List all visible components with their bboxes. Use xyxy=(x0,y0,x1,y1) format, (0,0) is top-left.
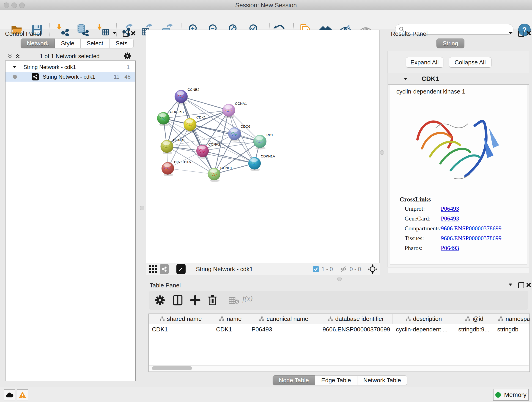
delete-table-icon[interactable] xyxy=(229,297,239,304)
column-header-namespace[interactable]: namespace xyxy=(494,314,530,324)
network-view-toolbar: String Network - cdk1 1 - 0 0 - 0 xyxy=(146,263,380,275)
node-label-CDK1: CDK1 xyxy=(196,115,206,119)
table-cell[interactable]: 9606.ENSP00000378699 xyxy=(319,324,393,334)
splitter-handle-left[interactable] xyxy=(140,206,144,210)
network-selected-info: 1 of 1 Network selected xyxy=(2,53,138,60)
network-collection-label: String Network - cdk1 xyxy=(23,64,76,70)
crosslink-row: Uniprot:P06493 xyxy=(405,205,459,212)
cloud-icon xyxy=(6,392,13,398)
crosslink-label: GeneCard: xyxy=(405,215,441,222)
crosslink-label: Tissues: xyxy=(405,235,441,242)
table-cell[interactable]: stringdb:9... xyxy=(455,324,494,334)
tab-network[interactable]: Network xyxy=(21,38,55,48)
grid-view-icon[interactable] xyxy=(149,265,157,273)
table-panel-float-icon[interactable] xyxy=(518,282,524,288)
results-panel-close-icon[interactable] xyxy=(526,31,531,36)
add-row-icon[interactable] xyxy=(190,295,201,306)
window-title: Session: New Session xyxy=(0,2,532,9)
crosslink-row: Compartments:9606.ENSP00000378699 xyxy=(405,225,501,232)
tab-node-table[interactable]: Node Table xyxy=(273,375,315,385)
edge-CCNB2-CCNA1[interactable] xyxy=(181,96,229,110)
table-panel: Table Panel f(x) shared namenamecanonica… xyxy=(146,281,532,386)
network-canvas[interactable]: CCNB2CCNA1CDC25BCDK1CDC6RB1CCNB1CCNA2CDK… xyxy=(146,30,380,264)
function-builder-icon[interactable]: f(x) xyxy=(242,294,253,303)
table-row[interactable]: CDK1CDK1P064939606.ENSP00000378699cyclin… xyxy=(149,324,530,334)
results-entry-header[interactable]: CDK1 xyxy=(388,73,529,85)
table-panel-collapse-icon[interactable] xyxy=(509,283,512,286)
control-panel-tabs: Network Style Select Sets xyxy=(21,38,133,48)
memory-button[interactable]: Memory xyxy=(493,389,529,401)
column-header-name[interactable]: name xyxy=(213,314,248,324)
column-header-label: canonical name xyxy=(266,315,308,322)
add-column-icon[interactable] xyxy=(172,295,183,306)
crosslink-value-link[interactable]: P06493 xyxy=(441,205,459,212)
crosslink-row: Tissues:9606.ENSP00000378699 xyxy=(405,235,501,242)
control-panel-close-icon[interactable] xyxy=(131,31,136,36)
network-tree-root-row[interactable]: String Network - cdk1 1 xyxy=(6,62,135,72)
node-gloss xyxy=(210,169,217,173)
node-label-CCNA2: CCNA2 xyxy=(208,142,220,146)
crosslink-value-link[interactable]: P06493 xyxy=(441,245,459,251)
tab-style[interactable]: Style xyxy=(55,38,80,48)
scrollbar-thumb[interactable] xyxy=(152,366,192,370)
crosslink-value-link[interactable]: 9606.ENSP00000378699 xyxy=(441,235,501,242)
table-cell[interactable]: P06493 xyxy=(248,324,319,334)
results-panel-tabs: String xyxy=(437,38,464,48)
column-header-shared-name[interactable]: shared name xyxy=(149,314,213,324)
crosslink-value-link[interactable]: P06493 xyxy=(441,215,459,222)
node-label-HIST1H1A: HIST1H1A xyxy=(174,160,191,164)
tab-edge-table[interactable]: Edge Table xyxy=(315,375,357,385)
column-header-canonical-name[interactable]: canonical name xyxy=(248,314,319,324)
edge-HIST1H1A-CCNE1[interactable] xyxy=(168,168,214,174)
column-header-database-identifier[interactable]: database identifier xyxy=(319,314,393,324)
control-panel: Control Panel Network Style Select Sets … xyxy=(2,29,138,385)
entry-collapse-icon[interactable] xyxy=(404,78,407,80)
node-gloss xyxy=(159,113,166,117)
table-horizontal-scrollbar[interactable] xyxy=(149,365,529,371)
birds-eye-view-icon[interactable] xyxy=(177,264,186,274)
column-header-description[interactable]: description xyxy=(393,314,455,324)
node-gloss xyxy=(177,91,184,95)
delete-trash-icon[interactable] xyxy=(207,294,217,306)
tab-select[interactable]: Select xyxy=(80,38,109,48)
selected-checkbox-icon[interactable] xyxy=(313,266,319,272)
node-gloss xyxy=(198,146,206,149)
table-cell[interactable]: cyclin-dependent ... xyxy=(393,324,455,334)
table-cell[interactable]: stringdb xyxy=(494,324,530,334)
hidden-eye-icon[interactable] xyxy=(340,266,347,273)
node-table: shared namenamecanonical namedatabase id… xyxy=(148,313,530,372)
tab-sets[interactable]: Sets xyxy=(109,38,133,48)
crosslink-value-link[interactable]: 9606.ENSP00000378699 xyxy=(441,225,501,232)
network-state-dot xyxy=(13,75,17,79)
edge-CCNA2-CDKN1A[interactable] xyxy=(203,151,254,163)
results-panel-collapse-icon[interactable] xyxy=(509,32,512,34)
crosslink-label: Pharos: xyxy=(405,245,441,252)
warning-button[interactable] xyxy=(17,389,28,400)
entry-name: CDK1 xyxy=(422,75,439,83)
node-gloss xyxy=(230,128,238,133)
tab-network-table[interactable]: Network Table xyxy=(357,375,407,385)
table-gear-icon[interactable] xyxy=(155,295,165,305)
splitter-handle-right[interactable] xyxy=(380,150,384,155)
network-share-view-icon[interactable] xyxy=(160,264,169,274)
crosslinks-title: CrossLinks xyxy=(399,196,431,203)
tree-expand-icon[interactable] xyxy=(13,66,17,68)
table-cell[interactable]: CDK1 xyxy=(213,324,248,334)
node-gloss xyxy=(250,158,258,162)
fit-selected-crosshair-icon[interactable] xyxy=(368,264,377,274)
column-header-label: database identifier xyxy=(335,315,384,322)
expand-all-button[interactable]: Expand All xyxy=(406,57,443,68)
table-panel-close-icon[interactable] xyxy=(526,282,531,287)
entry-content: cyclin-dependent kinase 1 CrossLinks Uni… xyxy=(390,85,527,265)
network-options-gear-icon[interactable] xyxy=(124,52,131,60)
control-panel-float-icon[interactable] xyxy=(123,31,129,37)
protein-structure-image xyxy=(408,100,509,190)
column-header--id[interactable]: @id xyxy=(455,314,494,324)
cloud-button[interactable] xyxy=(4,389,15,400)
results-panel-float-icon[interactable] xyxy=(518,31,524,37)
collapse-all-button[interactable]: Collapse All xyxy=(449,57,491,68)
table-cell[interactable]: CDK1 xyxy=(149,324,213,334)
network-tree-child-row[interactable]: String Network - cdk1 11 48 xyxy=(6,72,135,82)
control-panel-collapse-icon[interactable] xyxy=(113,32,116,34)
tab-string[interactable]: String xyxy=(437,38,464,48)
